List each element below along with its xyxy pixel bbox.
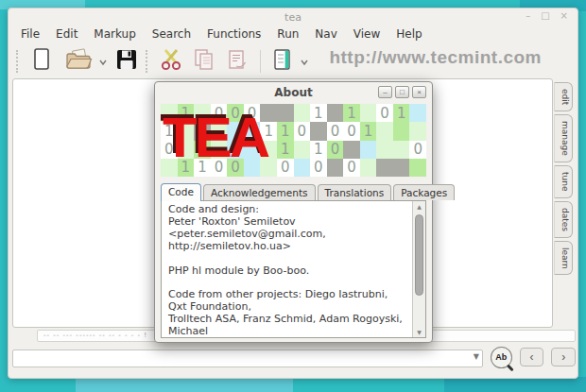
- side-tab-manage[interactable]: manage: [554, 114, 573, 162]
- open-folder-icon: [64, 47, 93, 75]
- mosaic-cell: [294, 104, 311, 122]
- copy-button[interactable]: [190, 46, 218, 76]
- notes-button[interactable]: [269, 46, 298, 76]
- mosaic-cell: 0: [343, 122, 360, 140]
- mosaic-cell: [327, 159, 344, 177]
- find-magnifier-icon: Ab: [495, 352, 507, 362]
- open-file-button[interactable]: [60, 46, 96, 76]
- mosaic-cell: [393, 122, 410, 140]
- new-file-icon: [30, 47, 53, 75]
- notes-dropdown-chevron-icon[interactable]: [300, 52, 309, 70]
- side-tab-edit[interactable]: edit: [554, 82, 573, 111]
- mosaic-cell: [409, 104, 426, 122]
- mosaic-cell: [376, 122, 393, 140]
- save-button[interactable]: [112, 46, 141, 76]
- find-previous-button[interactable]: ‹: [520, 348, 544, 366]
- tea-logo-text: TEA: [163, 106, 267, 170]
- menu-run[interactable]: Run: [277, 27, 299, 41]
- dialog-maximize-button[interactable]: □: [395, 86, 409, 98]
- mosaic-cell: 0: [343, 159, 360, 177]
- mosaic-cell: 0: [277, 159, 294, 177]
- mosaic-cell: 1: [310, 141, 327, 159]
- search-dropdown-chevron-icon[interactable]: ▼: [474, 352, 479, 361]
- cut-button[interactable]: [157, 46, 185, 76]
- mosaic-cell: 0: [327, 122, 344, 140]
- minimize-button[interactable]: –: [526, 10, 530, 21]
- about-text-area[interactable]: Code and design: Peter 'Roxton' Semileto…: [161, 200, 426, 338]
- about-dialog-titlebar[interactable]: About – □ ×: [155, 82, 432, 103]
- side-tab-dates[interactable]: dates: [554, 201, 573, 238]
- mosaic-cell: [310, 122, 327, 140]
- mosaic-cell: 1: [360, 122, 377, 140]
- toolbar-separator: [260, 50, 261, 73]
- mosaic-cell: 0: [310, 159, 327, 177]
- mosaic-cell: 1: [277, 141, 294, 159]
- mosaic-cell: [294, 159, 311, 177]
- mosaic-cell: [360, 141, 377, 159]
- about-tab-acknowledgements[interactable]: Acknowledgements: [203, 184, 316, 200]
- search-combo: ▼: [12, 349, 483, 366]
- paste-button[interactable]: [223, 46, 251, 76]
- mosaic-cell: 0: [327, 141, 344, 159]
- side-tab-learn[interactable]: learn: [554, 241, 573, 276]
- find-next-button[interactable]: ›: [551, 348, 576, 366]
- paste-page-icon: [225, 47, 250, 75]
- maximize-button[interactable]: □: [541, 10, 549, 21]
- mosaic-cell: [360, 104, 377, 122]
- mosaic-cell: 1: [310, 104, 327, 122]
- mosaic-cell: 1: [393, 104, 410, 122]
- credits-text: Code and design: Peter 'Roxton' Semileto…: [162, 201, 425, 338]
- scroll-down-icon[interactable]: ▼: [413, 329, 425, 335]
- mosaic-cell: [360, 159, 377, 177]
- find-button[interactable]: Ab: [491, 347, 512, 368]
- mosaic-cell: 1: [277, 122, 294, 140]
- menu-functions[interactable]: Functions: [207, 27, 261, 41]
- save-floppy-icon: [114, 47, 139, 75]
- mosaic-cell: [376, 141, 393, 159]
- copy-pages-icon: [192, 47, 216, 75]
- tea-logo-banner: 1000110111100010111001100000 TEA: [161, 104, 426, 177]
- mosaic-cell: [393, 159, 410, 177]
- side-tab-tune[interactable]: tune: [554, 165, 573, 197]
- toolbar-drag-handle[interactable]: [16, 50, 20, 73]
- open-dropdown-chevron-icon[interactable]: [98, 52, 108, 70]
- desktop-background: tea – □ × FileEditMarkupSearchFunctionsR…: [0, 0, 586, 392]
- scroll-up-icon[interactable]: ▲: [413, 203, 425, 210]
- search-input[interactable]: [12, 349, 483, 367]
- mosaic-cell: [343, 141, 360, 159]
- menu-edit[interactable]: Edit: [56, 27, 78, 41]
- mosaic-cell: [294, 141, 311, 159]
- menu-help[interactable]: Help: [396, 27, 422, 41]
- mosaic-cell: [376, 159, 393, 177]
- mosaic-cell: 1: [343, 104, 360, 122]
- about-tab-translations[interactable]: Translations: [318, 184, 392, 200]
- dialog-close-button[interactable]: ×: [412, 86, 426, 98]
- mosaic-cell: [327, 104, 344, 122]
- menu-search[interactable]: Search: [152, 27, 191, 41]
- scrollbar[interactable]: ▲ ▼: [412, 201, 425, 337]
- menu-markup[interactable]: Markup: [94, 27, 135, 41]
- mosaic-cell: [277, 104, 294, 122]
- mosaic-cell: [393, 141, 410, 159]
- tecmint-watermark: http://www.tecmint.com: [329, 47, 542, 68]
- close-button[interactable]: ×: [560, 10, 568, 21]
- window-titlebar[interactable]: tea – □ ×: [9, 9, 577, 25]
- cut-scissors-icon: [158, 47, 184, 75]
- mosaic-cell: 0: [294, 122, 311, 140]
- menu-view[interactable]: View: [353, 27, 380, 41]
- wallpaper-patch: [76, 377, 293, 392]
- scrollbar-thumb[interactable]: [415, 214, 423, 296]
- mosaic-cell: [409, 159, 426, 177]
- menu-nav[interactable]: Nav: [315, 27, 336, 41]
- toolbar-drag-handle[interactable]: [146, 50, 149, 73]
- window-title: tea: [9, 11, 577, 24]
- status-text: -- -- --- ------ -- -- - - - - !: [43, 332, 147, 339]
- about-tab-code[interactable]: Code: [161, 183, 201, 201]
- about-tabs: CodeAcknowledgementsTranslationsPackages: [161, 182, 426, 200]
- dialog-minimize-button[interactable]: –: [378, 86, 392, 98]
- about-tab-packages[interactable]: Packages: [393, 184, 455, 200]
- menu-file[interactable]: File: [21, 27, 40, 41]
- side-tab-panel: editmanagetunedateslearn: [554, 82, 578, 275]
- new-file-button[interactable]: [27, 46, 56, 76]
- mosaic-cell: [409, 122, 426, 140]
